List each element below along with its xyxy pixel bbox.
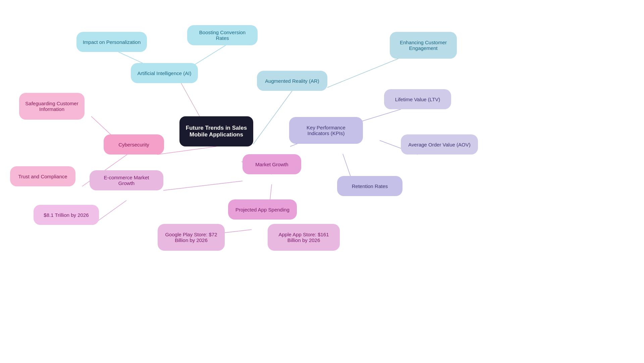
- node-8trillion[interactable]: $8.1 Trillion by 2026: [34, 205, 99, 225]
- node-ai[interactable]: Artificial Intelligence (AI): [131, 63, 198, 83]
- node-kpi[interactable]: Key Performance Indicators (KPIs): [289, 117, 363, 144]
- node-ecommerce[interactable]: E-commerce Market Growth: [90, 170, 163, 190]
- node-personalization[interactable]: Impact on Personalization: [76, 32, 147, 52]
- mindmap-container: Future Trends in Sales Mobile Applicatio…: [0, 0, 644, 363]
- node-ltv[interactable]: Lifetime Value (LTV): [384, 89, 451, 109]
- node-center[interactable]: Future Trends in Sales Mobile Applicatio…: [179, 116, 253, 146]
- node-retention[interactable]: Retention Rates: [337, 176, 402, 196]
- node-boosting[interactable]: Boosting Conversion Rates: [187, 25, 258, 45]
- node-market-growth[interactable]: Market Growth: [243, 154, 301, 174]
- svg-line-1: [253, 91, 292, 144]
- svg-line-4: [327, 55, 407, 87]
- node-apple[interactable]: Apple App Store: $161 Billion by 2026: [268, 224, 340, 251]
- node-trust[interactable]: Trust and Compliance: [10, 166, 75, 186]
- svg-line-13: [163, 181, 243, 190]
- node-safeguarding[interactable]: Safeguarding Customer Information: [19, 93, 85, 120]
- node-enhancing[interactable]: Enhancing Customer Engagement: [390, 32, 457, 59]
- node-ar[interactable]: Augmented Reality (AR): [257, 71, 327, 91]
- node-projected[interactable]: Projected App Spending: [228, 199, 297, 220]
- node-google[interactable]: Google Play Store: $72 Billion by 2026: [158, 224, 225, 251]
- node-aov[interactable]: Average Order Value (AOV): [401, 134, 478, 155]
- node-cybersecurity[interactable]: Cybersecurity: [104, 134, 164, 155]
- svg-line-5: [157, 146, 216, 155]
